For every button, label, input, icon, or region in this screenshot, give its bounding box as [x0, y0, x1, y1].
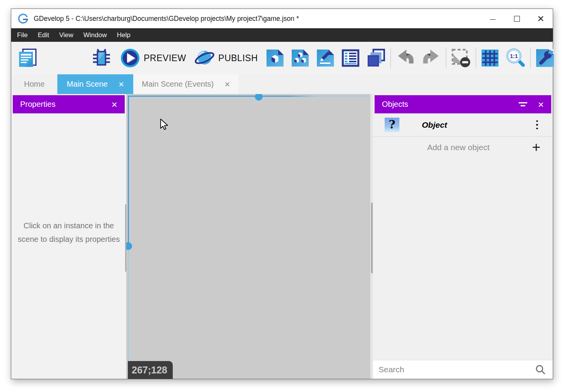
- tab-main-scene-events[interactable]: Main Scene (Events) ×: [133, 74, 239, 94]
- properties-close-icon[interactable]: ×: [112, 99, 117, 110]
- publish-label: PUBLISH: [218, 53, 258, 63]
- gdevelop-logo-icon: [18, 14, 28, 24]
- project-manager-button[interactable]: [17, 48, 38, 68]
- tab-close-icon[interactable]: ×: [119, 80, 124, 89]
- objects-panel: Objects × ? Object Add a new object +: [373, 94, 553, 379]
- instances-list-button[interactable]: [366, 48, 386, 68]
- window-title: GDevelop 5 - C:\Users\charburg\Documents…: [34, 15, 481, 23]
- svg-text:1:1: 1:1: [510, 53, 518, 59]
- tab-label: Home: [24, 80, 45, 89]
- menu-item-file[interactable]: File: [12, 28, 33, 42]
- scene-window-border-left: [128, 96, 129, 379]
- menu-item-window[interactable]: Window: [78, 28, 112, 42]
- title-bar: GDevelop 5 - C:\Users\charburg\Documents…: [11, 9, 553, 28]
- tab-close-icon[interactable]: ×: [225, 80, 230, 89]
- properties-panel: Properties × Click on an instance in the…: [11, 94, 126, 379]
- object-list-item[interactable]: ? Object: [373, 113, 553, 137]
- close-button[interactable]: ×: [529, 9, 553, 28]
- objects-close-icon[interactable]: ×: [538, 99, 544, 110]
- scene-window-border-top: [128, 96, 370, 97]
- mouse-cursor-icon: [158, 118, 170, 130]
- canvas-scrollbar-thumb[interactable]: [371, 203, 373, 273]
- menu-bar: File Edit View Window Help: [11, 28, 553, 42]
- search-input[interactable]: [378, 365, 535, 375]
- settings-wrench-icon: [535, 48, 555, 68]
- objects-header: Objects ×: [375, 95, 551, 113]
- toolbar-divider: [390, 48, 391, 68]
- coordinates-badge: 267;128: [128, 361, 173, 379]
- menu-item-view[interactable]: View: [54, 28, 79, 42]
- grid-button[interactable]: [481, 49, 499, 67]
- object-name: Object: [422, 120, 536, 130]
- edit-object-groups-button[interactable]: [291, 49, 310, 67]
- properties-empty-message: Click on an instance in the scene to dis…: [16, 219, 122, 246]
- menu-item-help[interactable]: Help: [112, 28, 136, 42]
- resize-handle-top[interactable]: [255, 94, 263, 101]
- search-icon[interactable]: [535, 364, 546, 375]
- properties-header: Properties ×: [13, 95, 125, 113]
- preview-button[interactable]: PREVIEW: [120, 48, 186, 68]
- redo-icon: [421, 48, 441, 68]
- clear-selection-icon: [451, 48, 471, 68]
- toolbar-divider: [476, 48, 476, 68]
- undo-icon: [395, 48, 416, 68]
- debug-button[interactable]: [92, 48, 111, 68]
- instances-list-icon: [366, 48, 386, 68]
- objects-empty-area: [373, 158, 553, 360]
- add-object-label: Add a new object: [385, 143, 532, 152]
- edit-scene-variables-icon: [316, 49, 335, 67]
- maximize-button[interactable]: [505, 9, 529, 28]
- add-object-row[interactable]: Add a new object +: [373, 137, 553, 158]
- publish-button[interactable]: PUBLISH: [194, 48, 258, 68]
- publish-globe-icon: [194, 48, 215, 68]
- settings-button[interactable]: [535, 48, 555, 68]
- search-bar: [373, 360, 553, 379]
- kebab-menu-icon[interactable]: [536, 119, 538, 130]
- edit-scene-variables-button[interactable]: [316, 49, 335, 67]
- edit-objects-button[interactable]: [266, 49, 284, 67]
- debug-icon: [92, 48, 111, 68]
- canvas-scrollbar-track[interactable]: [370, 94, 373, 379]
- minimize-button[interactable]: —: [481, 9, 505, 28]
- tab-main-scene[interactable]: Main Scene ×: [57, 74, 133, 94]
- main-content: Properties × Click on an instance in the…: [11, 94, 553, 379]
- grid-icon: [481, 49, 499, 67]
- undo-button[interactable]: [395, 48, 416, 68]
- plus-icon[interactable]: +: [532, 140, 540, 154]
- tab-label: Main Scene: [67, 80, 108, 89]
- project-manager-icon: [17, 48, 38, 68]
- preview-label: PREVIEW: [144, 53, 186, 63]
- question-mark-icon: ?: [385, 118, 399, 132]
- toolbar-divider: [446, 48, 446, 68]
- edit-object-groups-icon: [291, 49, 310, 67]
- app-window: GDevelop 5 - C:\Users\charburg\Documents…: [11, 9, 553, 379]
- tab-label: Main Scene (Events): [142, 80, 214, 89]
- tab-bar: Home Main Scene × Main Scene (Events) ×: [11, 74, 553, 94]
- filter-icon[interactable]: [518, 101, 528, 107]
- maximize-icon: [514, 16, 520, 22]
- toolbar-divider: [530, 48, 531, 68]
- redo-button[interactable]: [421, 48, 441, 68]
- edit-objects-icon: [266, 49, 284, 67]
- edit-scene-properties-button[interactable]: [341, 49, 360, 67]
- zoom-original-button[interactable]: 1:1: [506, 48, 526, 68]
- properties-body: Click on an instance in the scene to dis…: [11, 113, 126, 379]
- properties-title: Properties: [20, 100, 55, 109]
- tab-home[interactable]: Home: [11, 74, 57, 94]
- edit-scene-properties-icon: [341, 49, 360, 67]
- clear-selection-button[interactable]: [451, 48, 471, 68]
- scene-canvas[interactable]: 267;128: [126, 94, 373, 379]
- menu-item-edit[interactable]: Edit: [33, 28, 54, 42]
- zoom-original-icon: 1:1: [506, 48, 526, 68]
- objects-title: Objects: [382, 100, 408, 109]
- play-icon: [120, 48, 140, 68]
- resize-handle-left[interactable]: [126, 242, 132, 250]
- toolbar: PREVIEW PUBLISH: [11, 42, 553, 74]
